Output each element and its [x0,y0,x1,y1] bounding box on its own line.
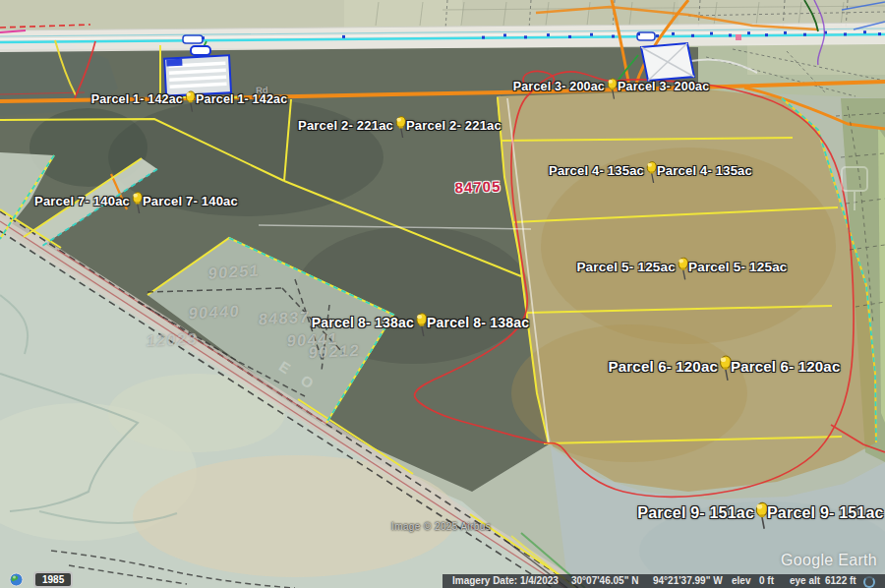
faded-parcel-id: 90441 [286,330,339,351]
google-earth-map-viewport[interactable]: Parcel 1- 142acParcel 1- 142acParcel 2- … [0,0,885,588]
parcel-label: Parcel 4- 135ac [549,163,644,178]
faded-parcel-id: 90212 [308,342,361,363]
imagery-year-badge[interactable]: 1985 [33,571,73,588]
parcel-label: Parcel 1- 142ac [196,92,287,106]
parcel-label: Parcel 9- 151ac [637,504,754,522]
parcel-label: Parcel 7- 140ac [143,194,238,208]
faded-parcel-id: 84837 [258,309,311,329]
parcel-label: Parcel 7- 140ac [34,194,130,208]
faded-parcel-id: 90440 [188,303,241,323]
parcel-label: Parcel 8- 138ac [312,315,414,330]
historical-imagery-globe-icon[interactable] [9,572,24,587]
parcel-label: Parcel 2- 221ac [406,118,502,133]
parcel-label: Parcel 3- 200ac [513,80,605,93]
parcel-label: Parcel 5- 125ac [576,260,676,274]
labels-layer: Parcel 1- 142acParcel 1- 142acParcel 2- … [0,0,885,588]
parcel-label: Parcel 1- 142ac [91,92,183,106]
status-bar: Imagery Date: 1/4/2023 30°07'46.05" N 94… [442,574,885,588]
parcel-label: Parcel 4- 135ac [657,163,752,178]
latitude-readout: 30°07'46.05" N [571,575,638,586]
parcel-label: Parcel 3- 200ac [618,80,709,93]
elev-value: 0 ft [759,575,774,586]
eye-alt-value: 6122 ft [825,575,856,586]
faded-parcel-id: 12023 [146,330,199,351]
loading-spinner-icon [863,576,875,588]
elev-label: elev [732,575,750,586]
eye-alt-label: eye alt [790,575,820,586]
parcel-label: Parcel 8- 138ac [427,315,529,330]
parcel-label: Parcel 6- 120ac [731,358,840,375]
faded-parcel-id: 90251 [207,262,261,283]
parcel-label: Parcel 9- 151ac [767,504,884,522]
parcel-label: Parcel 6- 120ac [609,358,718,375]
imagery-date: Imagery Date: 1/4/2023 [452,575,559,586]
parcel-label: Parcel 2- 221ac [298,118,393,133]
longitude-readout: 94°21'37.99" W [653,575,723,586]
parcel-label: Parcel 5- 125ac [688,260,788,274]
